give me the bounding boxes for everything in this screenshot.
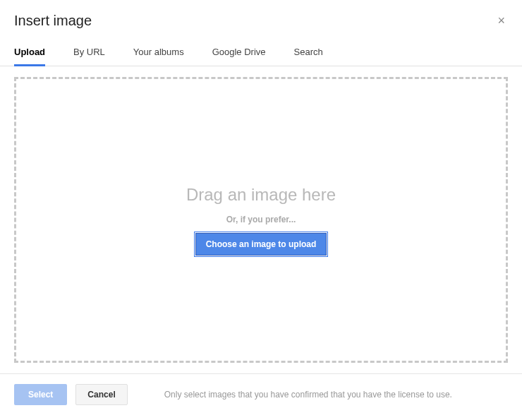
dropzone[interactable]: Drag an image here Or, if you prefer... …	[14, 77, 508, 363]
tab-your-albums[interactable]: Your albums	[133, 47, 184, 66]
tab-google-drive[interactable]: Google Drive	[212, 47, 266, 66]
or-text: Or, if you prefer...	[226, 215, 296, 224]
tab-by-url[interactable]: By URL	[73, 47, 105, 66]
select-button[interactable]: Select	[14, 384, 67, 405]
cancel-button[interactable]: Cancel	[75, 384, 127, 405]
dialog-header: Insert image ×	[0, 0, 522, 35]
tab-bar: Upload By URL Your albums Google Drive S…	[0, 35, 522, 66]
tab-search[interactable]: Search	[294, 47, 323, 66]
dialog-footer: Select Cancel Only select images that yo…	[0, 373, 522, 415]
close-icon[interactable]: ×	[494, 11, 508, 30]
dialog-title: Insert image	[14, 13, 92, 29]
drag-prompt-text: Drag an image here	[186, 185, 336, 205]
upload-panel: Drag an image here Or, if you prefer... …	[0, 66, 522, 373]
tab-upload[interactable]: Upload	[14, 47, 45, 66]
disclaimer-text: Only select images that you have confirm…	[164, 390, 452, 400]
choose-image-button[interactable]: Choose an image to upload	[195, 233, 327, 256]
